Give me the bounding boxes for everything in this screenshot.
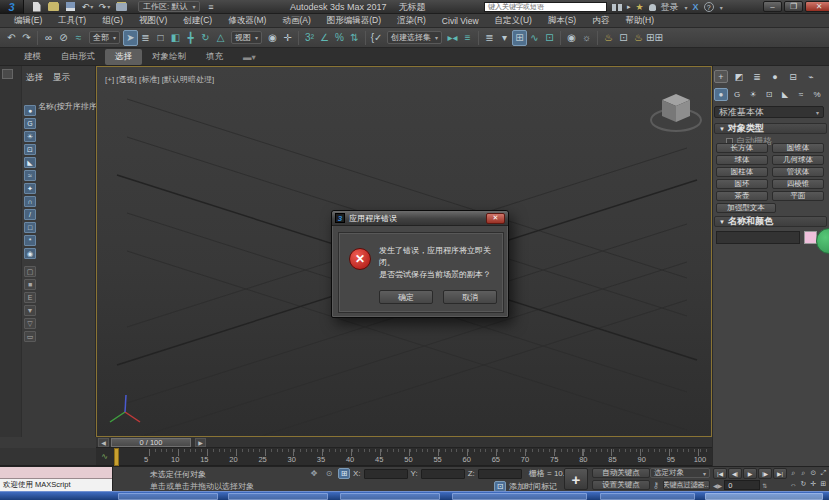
taskbar-app-2[interactable] (228, 493, 328, 500)
explorer-column-header[interactable]: 名称(按升序排序) (38, 101, 99, 112)
help-dropdown-icon[interactable]: ▾ (720, 4, 723, 11)
play-icon[interactable]: ▶ (743, 468, 757, 479)
tab-display-icon[interactable]: ⊟ (786, 70, 800, 83)
render-production-icon[interactable]: ♨ (631, 30, 646, 46)
zoom-extents-icon[interactable]: ⊙ (809, 468, 818, 478)
redo-icon[interactable]: ↷▾ (98, 1, 111, 12)
signin-link[interactable]: 登录 (661, 1, 679, 14)
undo-icon[interactable]: ↶▾ (81, 1, 94, 12)
menu-tools[interactable]: 工具(T) (50, 15, 94, 27)
current-frame-marker[interactable] (114, 448, 119, 466)
menu-help[interactable]: 帮助(H) (617, 15, 662, 27)
rect-selection-region-icon[interactable]: □ (153, 30, 168, 46)
y-coordinate-field[interactable] (421, 469, 465, 479)
create-box-button[interactable]: 长方体 (716, 143, 768, 153)
category-spacewarps-icon[interactable]: ≈ (794, 88, 808, 101)
menu-scripting[interactable]: 脚本(S) (540, 15, 584, 27)
key-filters-button[interactable]: 关键点过滤器... (663, 480, 710, 490)
align-icon[interactable]: ≡ (460, 30, 475, 46)
layer-manager-icon[interactable]: ≣ (482, 30, 497, 46)
set-keys-icon[interactable]: ⚷ (650, 480, 662, 491)
snap-toggle-icon[interactable]: 3² (302, 30, 317, 46)
filter-containers-icon[interactable]: ∩ (24, 196, 36, 207)
ribbon-minimize-icon[interactable]: ▬▾ (233, 50, 266, 64)
z-coordinate-field[interactable] (478, 469, 522, 479)
menu-edit[interactable]: 编辑(E) (6, 15, 50, 27)
save-file-icon[interactable] (64, 1, 77, 12)
angle-snap-icon[interactable]: ∠ (317, 30, 332, 46)
search-input[interactable]: 键入关键字或短语 (484, 2, 607, 12)
render-iterative-icon[interactable]: ⊞⊞ (646, 30, 663, 46)
category-systems-icon[interactable]: % (810, 88, 824, 101)
create-teapot-button[interactable]: 茶壶 (716, 191, 768, 201)
menu-civil-view[interactable]: Civil View (434, 16, 487, 26)
minimize-button[interactable]: – (763, 1, 782, 12)
redo-tool-icon[interactable]: ↷ (19, 30, 34, 46)
go-to-end-icon[interactable]: ▶| (773, 468, 787, 479)
absolute-mode-icon[interactable]: ⊞ (338, 468, 350, 479)
explorer-folder-icon[interactable]: ▭ (24, 331, 36, 342)
zoom-region-icon[interactable]: ⤢ (819, 468, 828, 478)
workspace-dropdown[interactable]: 工作区: 默认▾ (138, 1, 200, 12)
menu-rendering[interactable]: 渲染(R) (389, 15, 434, 27)
viewcube[interactable] (649, 89, 703, 135)
filter-xref-icon[interactable]: □ (24, 222, 36, 233)
taskbar-app-active[interactable] (705, 493, 823, 500)
create-pyramid-button[interactable]: 四棱锥 (772, 179, 824, 189)
go-to-start-icon[interactable]: |◀ (713, 468, 727, 479)
menu-views[interactable]: 视图(V) (131, 15, 175, 27)
create-sphere-button[interactable]: 球体 (716, 155, 768, 165)
explorer-expand-icon[interactable]: E (24, 292, 36, 303)
named-selection-sets-dropdown[interactable]: 创建选择集▾ (387, 31, 442, 44)
help-icon[interactable]: ? (704, 2, 714, 12)
pan-icon[interactable]: ⇔ (789, 479, 798, 489)
filter-objects-icon[interactable]: ● (24, 105, 36, 116)
create-cone-button[interactable]: 圆锥体 (772, 143, 824, 153)
menu-modifiers[interactable]: 修改器(M) (220, 15, 274, 27)
name-color-rollout[interactable]: ▼名称和颜色 (714, 216, 827, 227)
ok-button[interactable]: 确定 (379, 290, 433, 304)
restore-button[interactable]: ❐ (784, 1, 803, 12)
mirror-icon[interactable]: ▸◂ (445, 30, 460, 46)
time-forward-icon[interactable]: ▶ (195, 438, 206, 447)
ribbon-tab-freeform[interactable]: 自由形式 (51, 49, 105, 65)
workspace-menu-icon[interactable]: ≡ (204, 1, 217, 12)
filter-helpers-icon[interactable]: ◣ (24, 157, 36, 168)
track-bar[interactable]: ∿ 51015202530354045505560657075808590951… (96, 448, 712, 466)
filter-cameras-icon[interactable]: ⊡ (24, 144, 36, 155)
object-type-rollout[interactable]: ▼对象类型 (714, 123, 827, 134)
category-geometry-icon[interactable]: ● (714, 88, 728, 101)
maxscript-listener-row[interactable]: 欢迎使用 MAXScript (0, 479, 112, 491)
dolly-icon[interactable]: ✛ (809, 479, 818, 489)
taskbar-app-5[interactable] (600, 493, 695, 500)
select-by-name-icon[interactable]: ≣ (138, 30, 153, 46)
filter-materials-icon[interactable]: / (24, 209, 36, 220)
signin-dropdown-icon[interactable]: ▾ (685, 4, 688, 11)
explorer-filter-funnel-icon[interactable]: ▼ (24, 305, 36, 316)
windows-taskbar[interactable] (0, 491, 829, 500)
curve-editor-icon[interactable]: ∿ (527, 30, 542, 46)
tab-hierarchy-icon[interactable]: ≣ (750, 70, 764, 83)
tab-create-icon[interactable]: + (714, 70, 728, 83)
create-plane-button[interactable]: 平面 (772, 191, 824, 201)
tab-modify-icon[interactable]: ◩ (732, 70, 746, 83)
maxscript-macro-row[interactable] (0, 467, 112, 479)
select-rotate-icon[interactable]: ↻ (198, 30, 213, 46)
panel-dock-icon[interactable] (2, 69, 13, 79)
explorer-tab-select[interactable]: 选择 (26, 72, 43, 84)
zoom-all-icon[interactable]: ⌕ (799, 468, 808, 478)
ribbon-tab-modeling[interactable]: 建模 (14, 49, 51, 65)
taskbar-app-1[interactable] (118, 493, 218, 500)
filter-frozen-icon[interactable]: * (24, 235, 36, 246)
dialog-title-bar[interactable]: 3 应用程序错误 ✕ (332, 211, 508, 226)
menu-group[interactable]: 组(G) (94, 15, 131, 27)
filter-hidden-icon[interactable]: ◉ (24, 248, 36, 259)
project-folder-icon[interactable] (115, 1, 128, 12)
category-helpers-icon[interactable]: ◣ (778, 88, 792, 101)
x-coordinate-field[interactable] (364, 469, 408, 479)
maximize-viewport-icon[interactable]: ⊞ (819, 479, 828, 489)
time-back-icon[interactable]: ◀ (98, 438, 109, 447)
current-frame-field[interactable]: 0 (724, 480, 760, 490)
selection-lock-icon[interactable]: ⊙ (323, 468, 335, 479)
viewport-label[interactable]: [+] [透视] [标准] [默认明暗处理] (105, 74, 214, 85)
